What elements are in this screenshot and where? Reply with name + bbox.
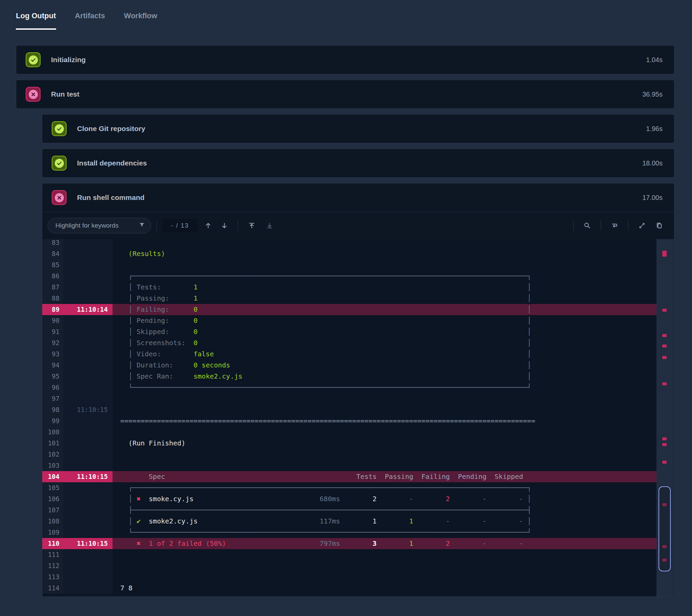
line-number[interactable]: 91	[42, 326, 63, 337]
scroll-to-bottom-button[interactable]	[264, 220, 275, 231]
line-number[interactable]: 110	[42, 538, 63, 549]
scrollbar-track[interactable]	[656, 239, 674, 596]
log-row: 9811:10:15	[42, 404, 657, 415]
wrap-lines-button[interactable]	[609, 220, 620, 231]
line-number[interactable]: 111	[42, 549, 63, 560]
tab-workflow[interactable]: Workflow	[124, 12, 157, 30]
line-timestamp	[63, 371, 112, 382]
section-duration: 1.04s	[646, 56, 663, 64]
log-row: 108 │ ✔ smoke2.cy.js 117ms 1 1 - - - │	[42, 516, 657, 527]
line-number[interactable]: 89	[42, 304, 63, 315]
line-number[interactable]: 90	[42, 315, 63, 326]
section-label: Run test	[51, 90, 642, 98]
line-number[interactable]: 109	[42, 527, 63, 538]
search-button[interactable]	[582, 220, 593, 231]
line-content	[112, 426, 657, 438]
line-content	[112, 404, 657, 415]
line-number[interactable]: 102	[42, 449, 63, 460]
section-duration: 1.96s	[646, 125, 663, 133]
log-row: 101 (Run Finished)	[42, 438, 657, 449]
copy-icon	[655, 222, 663, 230]
scroll-bottom-icon	[265, 222, 274, 230]
scrollbar-thumb[interactable]	[658, 486, 671, 571]
prev-match-button[interactable]	[202, 220, 214, 231]
line-number[interactable]: 92	[42, 337, 63, 349]
log-row: 87 │ Tests: 1 │	[42, 282, 657, 293]
minimap-marker	[662, 443, 667, 446]
line-content: ✖ 1 of 2 failed (50%) 797ms 3 1 2 - -	[112, 538, 657, 549]
line-content: └───────────────────────────────────────…	[112, 527, 657, 538]
line-number[interactable]: 103	[42, 460, 63, 471]
line-content: ┌───────────────────────────────────────…	[112, 270, 657, 282]
line-number[interactable]: 85	[42, 259, 63, 270]
line-number[interactable]: 104	[42, 471, 63, 482]
line-number[interactable]: 96	[42, 382, 63, 393]
line-number[interactable]: 83	[42, 239, 63, 248]
check-icon	[52, 121, 67, 136]
up-arrow-icon	[204, 222, 212, 230]
line-number[interactable]: 100	[42, 426, 63, 438]
line-number[interactable]: 101	[42, 438, 63, 449]
log-row: 109 └───────────────────────────────────…	[42, 527, 657, 538]
log-row: 8911:10:14 │ Failing: 0 │	[42, 304, 657, 315]
line-number[interactable]: 95	[42, 371, 63, 382]
log-row: 95 │ Spec Ran: smoke2.cy.js │	[42, 371, 657, 382]
line-timestamp	[63, 549, 112, 560]
line-number[interactable]: 112	[42, 560, 63, 571]
line-content: │ Tests: 1 │	[112, 282, 657, 293]
section-header-install[interactable]: Install dependencies 18.00s	[42, 149, 674, 177]
section-card-run-test: Run test 36.95s	[16, 80, 674, 109]
log-row: 11011:10:15 ✖ 1 of 2 failed (50%) 797ms …	[42, 538, 657, 549]
line-number[interactable]: 107	[42, 505, 63, 516]
line-timestamp: 11:10:15	[63, 404, 112, 415]
keyword-filter[interactable]	[48, 218, 151, 233]
line-number[interactable]: 105	[42, 482, 63, 493]
line-timestamp	[63, 248, 112, 259]
line-content: │ Passing: 1 │	[112, 293, 657, 304]
log-row: 102	[42, 449, 657, 460]
line-number[interactable]: 106	[42, 493, 63, 505]
line-timestamp	[63, 349, 112, 360]
copy-button[interactable]	[653, 220, 665, 231]
section-header-shell[interactable]: Run shell command 17.00s	[42, 183, 674, 212]
line-number[interactable]: 86	[42, 270, 63, 282]
log-toolbar: - / 13	[42, 212, 674, 239]
section-label: Clone Git repository	[77, 125, 646, 133]
line-content	[112, 259, 657, 270]
line-number[interactable]: 113	[42, 571, 63, 582]
line-timestamp	[63, 393, 112, 404]
line-content	[112, 460, 657, 471]
line-content: Spec Tests Passing Failing Pending Skipp…	[112, 471, 657, 482]
section-label: Initializing	[51, 56, 646, 64]
line-number[interactable]: 97	[42, 393, 63, 404]
fullscreen-button[interactable]	[636, 220, 648, 231]
log-row: 83	[42, 239, 657, 248]
log-row: 96 └────────────────────────────────────…	[42, 382, 657, 393]
scroll-to-top-button[interactable]	[246, 220, 258, 231]
line-timestamp	[63, 293, 112, 304]
line-number[interactable]: 99	[42, 415, 63, 426]
line-content: │ Screenshots: 0 │	[112, 337, 657, 349]
section-card-run-shell-command: Run shell command 17.00s - / 13	[42, 183, 674, 597]
log-row: 107 ├───────────────────────────────────…	[42, 505, 657, 516]
section-header-clone[interactable]: Clone Git repository 1.96s	[42, 114, 674, 143]
line-number[interactable]: 93	[42, 349, 63, 360]
filter-input[interactable]	[55, 222, 138, 230]
line-number[interactable]: 98	[42, 404, 63, 415]
x-icon	[26, 87, 41, 102]
line-content: └───────────────────────────────────────…	[112, 382, 657, 393]
line-number[interactable]: 108	[42, 516, 63, 527]
tab-log-output[interactable]: Log Output	[16, 12, 56, 30]
section-header-run-test[interactable]: Run test 36.95s	[16, 80, 674, 108]
x-icon	[52, 190, 67, 205]
line-number[interactable]: 114	[42, 582, 63, 594]
log-row: 90 │ Pending: 0 │	[42, 315, 657, 326]
line-number[interactable]: 87	[42, 282, 63, 293]
line-number[interactable]: 88	[42, 293, 63, 304]
section-header-initializing[interactable]: Initializing 1.04s	[16, 46, 674, 74]
line-number[interactable]: 94	[42, 360, 63, 371]
check-icon	[26, 52, 41, 67]
next-match-button[interactable]	[219, 220, 230, 231]
line-number[interactable]: 84	[42, 248, 63, 259]
tab-artifacts[interactable]: Artifacts	[75, 12, 105, 30]
